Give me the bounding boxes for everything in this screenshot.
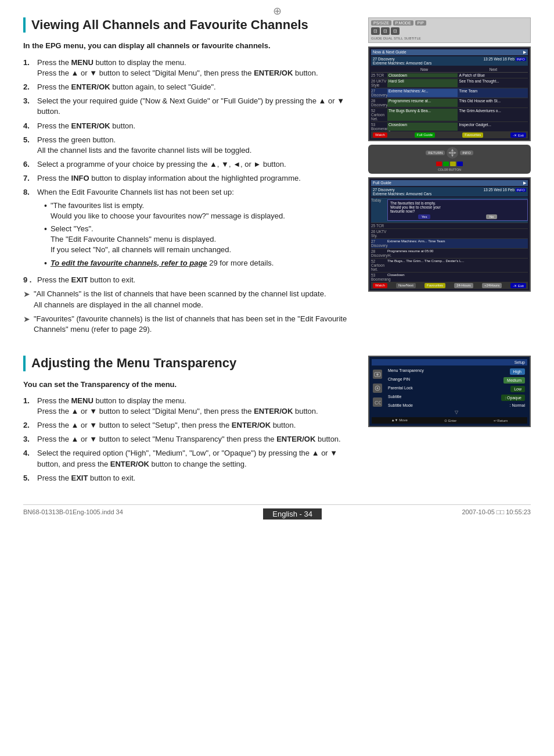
step-3: 3. Select the your required guide ("Now … <box>23 96 357 117</box>
epg2-title-bar: Full Guide ▶ <box>371 180 528 186</box>
s2-step-4-num: 4. <box>23 448 37 458</box>
color-button-label: COLOR BUTTON <box>438 168 461 171</box>
setup-row-2: Change PIN Medium <box>386 376 527 385</box>
setup-footer: ▲▼ Move ⊙ Enter ↩ Return <box>372 417 527 424</box>
page-container: ⊕ Viewing All Channels and Favourite Cha… <box>0 0 554 756</box>
bullet-8-3: • To edit the favourite channels, refer … <box>44 258 357 270</box>
epg2-row-27: 27 Discovery Extreme Machines: Arm... Ti… <box>371 239 528 249</box>
epg-screen-1: Now & Next Guide ▶ 27 Discovery Extreme … <box>368 46 531 141</box>
step-8-body: When the Edit Favourite Channels list ha… <box>37 187 357 271</box>
p-mode-btn: P.MODE <box>393 20 413 26</box>
epg1-row-5: 52 Cartoon Net. The Bugs Bunny & Bea... … <box>371 108 528 122</box>
step-6-body: Select a programme of your choice by pre… <box>37 159 357 170</box>
epg1-row-3: 27 Discovery Extreme Machines: Ar... Tim… <box>371 88 528 98</box>
crosshair-icon: ⊕ <box>273 5 282 17</box>
footer-date: 2007-10-05 □□ 10:55:23 <box>462 508 531 519</box>
blue-button[interactable] <box>457 162 463 166</box>
setup-row-1: Menu Transparency High <box>386 367 527 376</box>
function-buttons: PS/SIZE P.MODE PIP <box>371 20 426 26</box>
step-2: 2. Press the ENTER/OK button again, to s… <box>23 82 357 92</box>
icon-buttons-row: ⊡ ⊡ ⊡ <box>371 27 528 35</box>
color-buttons <box>436 162 463 166</box>
svg-point-4 <box>451 152 454 155</box>
low-option[interactable]: Low <box>510 386 525 392</box>
bullet-8-1: • "The favourites list is empty.Would yo… <box>44 200 357 221</box>
section1-images: PS/SIZE P.MODE PIP ⊡ ⊡ ⊡ GUIDE DUAL STIL… <box>368 17 531 338</box>
return-button[interactable]: RETURN <box>426 151 445 155</box>
info-button[interactable]: INFO <box>460 151 473 155</box>
s2-step-3-body: Press the ▲ or ▼ button to select "Menu … <box>37 434 357 445</box>
s2-step-4: 4. Select the required option ("High", "… <box>23 448 357 469</box>
yes-button[interactable]: Yes <box>418 214 431 219</box>
s2-step-5-body: Press the EXIT button to exit. <box>37 473 357 483</box>
green-button[interactable] <box>443 162 449 166</box>
epg1-row-6: 53 Boomerang Closedown Inspector Gadget.… <box>371 122 528 132</box>
setup-icons: CC <box>372 367 383 415</box>
guide-labels: GUIDE DUAL STILL SUBTITLE <box>371 37 528 40</box>
note-1: ➤ "All Channels" is the list of channels… <box>23 289 357 310</box>
setup-scroll-down: ▽ <box>386 410 527 415</box>
s2-step-5-num: 5. <box>23 473 37 483</box>
remote-buttons-panel: RETURN INFO <box>368 145 531 174</box>
epg2-bottom-bar: Watch Now/Next Favourites 24-Hours +24Ho… <box>371 282 528 289</box>
epg2-row-28: 28 DiscoveryH. Programmes resume at 05:0… <box>371 249 528 259</box>
step-2-num: 2. <box>23 82 37 92</box>
medium-option[interactable]: Medium <box>503 377 525 384</box>
step-3-num: 3. <box>23 96 37 106</box>
page-footer: BN68-01313B-01Eng-1005.indd 34 English -… <box>23 504 531 519</box>
s2-step-2-num: 2. <box>23 420 37 431</box>
circle-nav <box>447 147 458 159</box>
icon-btn-3: ⊡ <box>391 27 400 35</box>
no-button[interactable]: No <box>486 214 498 219</box>
step-1-num: 1. <box>23 58 37 68</box>
section1-title: Viewing All Channels and Favourite Chann… <box>23 17 357 33</box>
yellow-button[interactable] <box>450 162 456 166</box>
epg2-row-today: Today The favourites list is empty. Woul… <box>371 198 528 223</box>
section2-intro: You can set the Transparency of the menu… <box>23 379 357 390</box>
remote-top-row: RETURN INFO <box>426 147 473 159</box>
epg2-row-52: 52 Cartoon Net. The Bugs... The Grim... … <box>371 259 528 273</box>
color-buttons-panel: PS/SIZE P.MODE PIP ⊡ ⊡ ⊡ GUIDE DUAL STIL… <box>368 17 531 43</box>
epg1-col-headers: Now Next <box>371 67 528 73</box>
step-9-num: 9 . <box>23 275 37 285</box>
epg1-channel-info: 27 Discovery Extreme Machines: Armoured … <box>371 56 528 66</box>
favourites-dialogue: The favourites list is empty. Would you … <box>387 199 528 221</box>
s2-step-1-body: Press the MENU button to display the men… <box>37 396 357 417</box>
high-option[interactable]: High <box>510 368 525 375</box>
setup-icon-1 <box>373 370 382 379</box>
step-8-bullets: • "The favourites list is empty.Would yo… <box>37 200 357 270</box>
setup-header: Setup <box>372 359 527 366</box>
nav-icon <box>448 148 457 157</box>
section1-content: Viewing All Channels and Favourite Chann… <box>23 17 357 338</box>
step-8: 8. When the Edit Favourite Channels list… <box>23 187 357 271</box>
red-button[interactable] <box>436 162 442 166</box>
step-2-body: Press the ENTER/OK button again, to sele… <box>37 82 357 92</box>
section-viewing: Viewing All Channels and Favourite Chann… <box>23 17 531 338</box>
svg-point-8 <box>377 388 379 389</box>
s2-step-1-num: 1. <box>23 396 37 406</box>
step-5-body: Press the green button. All the channel … <box>37 135 357 156</box>
section1-steps: 1. Press the MENU button to display the … <box>23 58 357 286</box>
bullet-8-2: • Select "Yes".The "Edit Favourite Chann… <box>44 224 357 256</box>
epg2-row-25: 25 TCR <box>371 223 528 229</box>
icon-btn-1: ⊡ <box>371 27 380 35</box>
epg1-title-bar: Now & Next Guide ▶ <box>371 49 528 55</box>
opaque-option[interactable]: : Opaque <box>501 395 525 401</box>
setup-screen: Setup <box>368 356 531 427</box>
setup-row-5: Subtitle Mode : Normal <box>386 402 527 409</box>
section2-title: Adjusting the Menu Transparency <box>23 356 357 371</box>
section1-notes: ➤ "All Channels" is the list of channels… <box>23 289 357 335</box>
s2-step-3-num: 3. <box>23 434 37 445</box>
ps-size-btn: PS/SIZE <box>371 20 391 26</box>
section2-images: Setup <box>368 356 531 487</box>
step-1: 1. Press the MENU button to display the … <box>23 58 357 78</box>
epg1-row-4: 28 DiscoveryH. Programmes resume at... T… <box>371 98 528 108</box>
setup-options-list: Menu Transparency High Change PIN Medium… <box>386 367 527 415</box>
s2-step-5: 5. Press the EXIT button to exit. <box>23 473 357 483</box>
step-4: 4. Press the ENTER/OK button. <box>23 121 357 131</box>
setup-icon-3: CC <box>373 397 382 407</box>
section2-steps: 1. Press the MENU button to display the … <box>23 396 357 483</box>
step-9: 9 . Press the EXIT button to exit. <box>23 275 357 285</box>
svg-marker-2 <box>448 152 451 154</box>
s2-step-4-body: Select the required option ("High", "Med… <box>37 448 357 469</box>
